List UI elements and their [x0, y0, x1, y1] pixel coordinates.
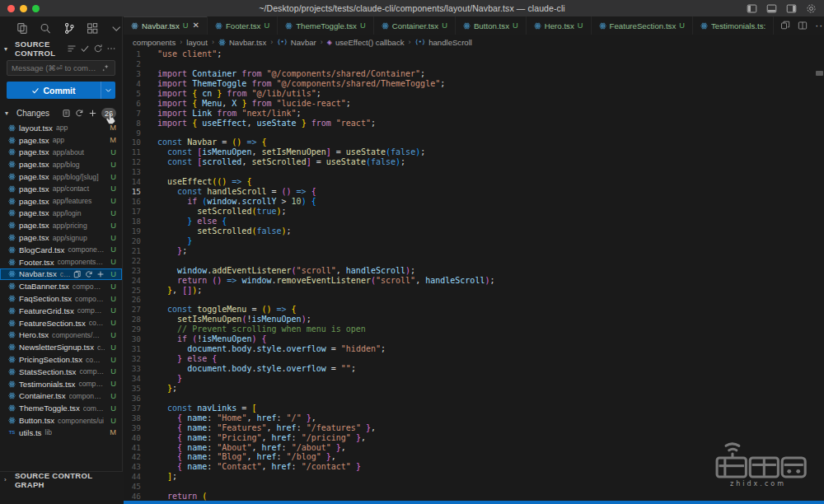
code-line[interactable]: 4import ThemeToggle from "@/components/s…	[124, 79, 824, 89]
changed-file-row[interactable]: page.tsxapp/pricingU	[0, 219, 122, 231]
editor-tab[interactable]: ThemeToggle.tsxU	[278, 16, 374, 35]
code-line[interactable]: 21 };	[124, 246, 824, 256]
changed-file-row[interactable]: NewsletterSignup.tsxc…U	[0, 341, 122, 353]
editor-tab[interactable]: Hero.tsxU	[527, 16, 592, 35]
code-line[interactable]: 35 };	[124, 384, 824, 394]
editor-vertical-scrollbar[interactable]	[815, 49, 824, 501]
chevron-right-icon[interactable]: ›	[4, 476, 12, 483]
changed-file-row[interactable]: CtaBanner.tsxcompone…U	[0, 280, 122, 292]
code-line[interactable]: 1"use client";	[124, 49, 824, 59]
source-control-icon[interactable]	[63, 22, 75, 35]
code-line[interactable]: 3import Container from "@/components/sha…	[124, 69, 824, 79]
changed-file-row[interactable]: StatsSection.tsxcompo…U	[0, 366, 122, 378]
code-line[interactable]: 30 if (!isMenuOpen) {	[124, 334, 824, 344]
changed-file-row[interactable]: Button.tsxcomponents/uiU	[0, 414, 122, 427]
code-line[interactable]: 33 document.body.style.overflow = "";	[124, 364, 824, 374]
breadcrumb-item[interactable]: layout	[186, 38, 208, 47]
changed-file-row[interactable]: page.tsxapp/featuresU	[0, 195, 122, 208]
changed-file-row[interactable]: page.tsxappM	[0, 134, 122, 147]
refresh-icon[interactable]	[93, 44, 103, 54]
changed-file-row[interactable]: page.tsxapp/aboutU	[0, 147, 122, 159]
code-line[interactable]: 25 }, []);	[124, 286, 824, 296]
editor-tab[interactable]: Button.tsxU	[456, 16, 527, 35]
changed-file-row[interactable]: TSutils.tslibM	[0, 427, 122, 439]
code-line[interactable]: 29 // Prevent scrolling when menu is ope…	[124, 324, 824, 334]
generate-commit-message-icon[interactable]	[101, 63, 110, 72]
changed-file-row[interactable]: Hero.tsxcomponents/ma…U	[0, 329, 122, 342]
changed-file-row[interactable]: layout.tsxappM	[0, 122, 122, 134]
code-line[interactable]: 19 setScrolled(false);	[124, 226, 824, 236]
changed-file-row[interactable]: page.tsxapp/signupU	[0, 231, 122, 244]
chevron-down-icon[interactable]: ▾	[5, 110, 12, 117]
code-line[interactable]: 11 const [isMenuOpen, setIsMenuOpen] = u…	[124, 147, 824, 157]
breadcrumb-item[interactable]: handleScroll	[428, 38, 472, 47]
changed-file-row[interactable]: Footer.tsxcomponents/la…U	[0, 256, 122, 268]
code-line[interactable]: 23 window.addEventListener("scroll", han…	[124, 266, 824, 276]
code-line[interactable]: 24 return () => window.removeEventListen…	[124, 276, 824, 286]
toggle-primary-sidebar-icon[interactable]	[747, 3, 757, 14]
code-line[interactable]: 2	[124, 59, 824, 69]
file-row-actions[interactable]	[73, 270, 105, 278]
changed-file-row[interactable]: FeatureSection.tsxcom…U	[0, 317, 122, 329]
code-line[interactable]: 26	[124, 295, 824, 305]
source-control-graph-header[interactable]: › SOURCE CONTROL GRAPH	[0, 471, 123, 488]
code-line[interactable]: 28 setIsMenuOpen(!isMenuOpen);	[124, 315, 824, 324]
code-line[interactable]: 15 const handleScroll = () => {	[124, 187, 824, 197]
editor-tab[interactable]: Navbar.tsxU✕	[124, 16, 208, 35]
code-line[interactable]: 36	[124, 394, 824, 404]
search-icon[interactable]	[40, 22, 51, 35]
changed-file-row[interactable]: FaqSection.tsxcompone…U	[0, 292, 122, 305]
code-line[interactable]: 32 } else {	[124, 354, 824, 364]
code-line[interactable]: 17 setScrolled(true);	[124, 207, 824, 217]
code-line[interactable]: 18 } else {	[124, 217, 824, 226]
code-line[interactable]: 6import { Menu, X } from "lucide-react";	[124, 99, 824, 109]
changed-file-row[interactable]: page.tsxapp/loginU	[0, 208, 122, 220]
code-line[interactable]: 40 { name: "Pricing", href: "/pricing" }…	[124, 433, 824, 443]
breadcrumb-item[interactable]: components	[133, 38, 176, 47]
view-as-list-icon[interactable]	[67, 44, 77, 54]
breadcrumb-item[interactable]: useEffect() callback	[335, 38, 405, 47]
code-line[interactable]: 7import Link from "next/link";	[124, 109, 824, 119]
minimize-window-button[interactable]	[20, 5, 27, 12]
split-editor-icon[interactable]	[780, 21, 790, 30]
code-line[interactable]: 22	[124, 256, 824, 266]
chevron-down-icon[interactable]	[110, 22, 122, 35]
breadcrumb-item[interactable]: Navbar	[291, 38, 316, 47]
code-line[interactable]: 46 return (	[124, 492, 824, 501]
discard-all-icon[interactable]	[75, 109, 84, 118]
breadcrumb-item[interactable]: Navbar.tsx	[229, 38, 266, 47]
close-window-button[interactable]	[7, 5, 15, 12]
code-line[interactable]: 34 }	[124, 374, 824, 384]
code-line[interactable]: 43 { name: "Contact", href: "/contact" }	[124, 462, 824, 472]
code-line[interactable]: 31 document.body.style.overflow = "hidde…	[124, 344, 824, 354]
editor-tab[interactable]: Container.tsxU	[374, 16, 456, 35]
commit-message-input[interactable]: Message (⌘⏎ to com…	[7, 60, 115, 76]
changed-file-row[interactable]: Testimonials.tsxcomponen…U	[0, 378, 122, 390]
code-line[interactable]: 42 { name: "Blog", href: "/blog" },	[124, 452, 824, 462]
changed-file-row[interactable]: Container.tsxcomponent…U	[0, 390, 122, 403]
changed-file-row[interactable]: page.tsxapp/contactU	[0, 183, 122, 195]
code-line[interactable]: 37 const navLinks = [	[124, 404, 824, 413]
editor-tab[interactable]: Testimonials.ts:	[693, 16, 774, 35]
changed-files-list[interactable]: layout.tsxappMpage.tsxappMpage.tsxapp/ab…	[0, 122, 122, 439]
code-line[interactable]: 16 if (window.scrollY > 10) {	[124, 197, 824, 207]
code-line[interactable]: 10const Navbar = () => {	[124, 138, 824, 147]
code-line[interactable]: 41 { name: "About", href: "/about" },	[124, 443, 824, 453]
editor-tab[interactable]: FeatureSection.tsxU	[592, 16, 694, 35]
close-tab-icon[interactable]: ✕	[192, 21, 199, 30]
commit-check-icon[interactable]	[80, 44, 90, 54]
scrollbar-thumb[interactable]	[816, 71, 823, 76]
code-line[interactable]: 20 }	[124, 236, 824, 246]
changed-file-row[interactable]: BlogCard.tsxcomponent…U	[0, 244, 122, 256]
changed-file-row[interactable]: page.tsxapp/blogU	[0, 158, 122, 170]
more-actions-icon[interactable]	[106, 44, 116, 54]
code-editor[interactable]: 1"use client";23import Container from "@…	[124, 49, 824, 501]
maximize-window-button[interactable]	[32, 5, 40, 12]
stage-changes-icon[interactable]	[96, 270, 105, 278]
changes-group-header[interactable]: ▾ Changes 26	[0, 105, 122, 121]
explorer-icon[interactable]	[16, 22, 28, 35]
code-line[interactable]: 38 { name: "Home", href: "/" },	[124, 413, 824, 423]
settings-gear-icon[interactable]	[806, 3, 817, 14]
breadcrumb[interactable]: components›layout›Navbar.tsx›{•}Navbar›◈…	[124, 35, 824, 49]
commit-button[interactable]: Commit	[7, 82, 115, 99]
